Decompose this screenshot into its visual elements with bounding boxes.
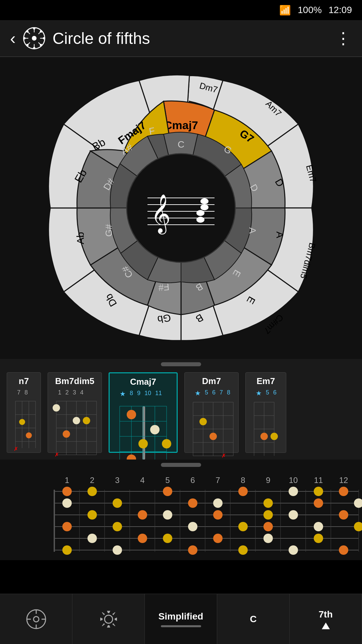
fret-dot[interactable] (188, 545, 197, 555)
chord-Cmaj7[interactable]: Cmaj7 (164, 119, 198, 131)
back-button[interactable]: ‹ (10, 29, 16, 48)
battery-label: 100% (298, 5, 322, 15)
note3 (200, 204, 208, 210)
chord-card-title: Dm7 (188, 376, 235, 386)
chord-card-dm7[interactable]: Dm7 ★5678 ✗ (184, 372, 239, 453)
fret-dot[interactable] (62, 522, 72, 531)
fret-dot[interactable] (87, 487, 97, 496)
fret-num-12: 12 (339, 476, 348, 485)
chord-card-bm7dim5[interactable]: Bm7dim5 1234 ✗ (48, 372, 102, 453)
svg-point-34 (26, 432, 32, 438)
page-title: Circle of fifths (53, 29, 335, 48)
fretboard-diagram[interactable]: 1 2 3 4 5 6 7 8 9 10 11 12 (10, 473, 362, 567)
bottom-tab-key-c[interactable]: C (217, 594, 290, 644)
wheel-icon (22, 26, 46, 50)
fret-dot[interactable] (188, 498, 197, 508)
fret-dot[interactable] (314, 498, 323, 508)
overflow-menu-button[interactable]: ⋮ (335, 29, 352, 48)
svg-point-63 (150, 425, 160, 434)
note1 (196, 217, 204, 223)
svg-point-17 (26, 44, 28, 46)
chord-card-em7[interactable]: Em7 ★56 (245, 372, 286, 453)
chord-Ab[interactable]: Ab (75, 232, 86, 245)
fret-dot[interactable] (213, 510, 223, 520)
note-Fsharp[interactable]: F# (158, 282, 170, 293)
svg-point-1 (32, 36, 37, 41)
chord-frets: ★891011 (113, 390, 173, 398)
svg-point-16 (40, 30, 42, 33)
fret-num-4: 4 (140, 476, 144, 485)
time-label: 12:09 (328, 5, 352, 15)
svg-point-77 (199, 418, 207, 425)
fret-dot[interactable] (354, 522, 362, 531)
circle-of-fifths-diagram[interactable]: Dm7 Am7 Em7 Bm7dim5 C#m7 (44, 70, 318, 345)
fret-dot[interactable] (238, 522, 248, 531)
fret-dot[interactable] (62, 498, 72, 508)
note4 (200, 198, 208, 204)
svg-point-109 (34, 616, 39, 622)
fret-dot[interactable] (213, 498, 223, 508)
fret-dot[interactable] (62, 545, 72, 555)
fret-dot[interactable] (263, 498, 273, 508)
fret-dot[interactable] (62, 487, 72, 496)
fret-dot[interactable] (289, 510, 298, 520)
fret-dot[interactable] (263, 534, 273, 543)
fret-dot[interactable] (113, 545, 122, 555)
fret-dot[interactable] (188, 522, 197, 531)
note-C[interactable]: C (178, 139, 184, 150)
svg-text:✗: ✗ (14, 446, 18, 451)
fret-dot[interactable] (289, 545, 298, 555)
fret-dot[interactable] (87, 534, 97, 543)
svg-point-48 (83, 417, 90, 424)
chord-diagram-bm7dim5: ✗ (51, 398, 98, 458)
fret-num-2: 2 (90, 476, 94, 485)
chord-Gb[interactable]: Gb (157, 312, 172, 325)
bottom-tab-seventh[interactable]: 7th (290, 594, 362, 644)
bottom-tab-gear[interactable] (72, 594, 145, 644)
fret-dot[interactable] (238, 545, 248, 555)
fret-dot[interactable] (213, 534, 223, 543)
fret-dot[interactable] (113, 498, 122, 508)
fret-dot[interactable] (138, 534, 147, 543)
fret-dot[interactable] (263, 510, 273, 520)
chord-cards-list[interactable]: n7 78 ✗ Bm7dim5 (0, 359, 362, 460)
fret-dot[interactable] (339, 510, 348, 520)
fret-dot[interactable] (354, 498, 362, 508)
svg-point-10 (33, 27, 35, 30)
fret-dot[interactable] (87, 510, 97, 520)
fret-num-10: 10 (289, 476, 298, 485)
svg-point-87 (260, 433, 268, 440)
note-Gsharp[interactable]: G# (104, 224, 114, 237)
fret-dot[interactable] (289, 487, 298, 496)
chord-card-n7[interactable]: n7 78 ✗ (7, 372, 41, 453)
chord-A[interactable]: A (275, 231, 286, 238)
fret-dot[interactable] (314, 522, 323, 531)
fret-dot[interactable] (238, 487, 248, 496)
fret-num-9: 9 (266, 476, 270, 485)
bottom-tab-simplified[interactable]: Simplified (145, 594, 217, 644)
svg-point-13 (43, 37, 45, 40)
fret-dot[interactable] (138, 510, 147, 520)
fret-dot[interactable] (163, 487, 172, 496)
bottom-tab-settings-wheel[interactable] (0, 594, 72, 644)
svg-point-15 (40, 44, 42, 46)
fret-dot[interactable] (339, 545, 348, 555)
fret-num-3: 3 (115, 476, 119, 485)
svg-point-62 (127, 410, 136, 419)
fret-dot[interactable] (314, 534, 323, 543)
svg-point-66 (127, 454, 136, 460)
note2 (196, 210, 204, 216)
chord-diagram-em7 (249, 399, 283, 459)
note-A-ring3[interactable]: A (247, 227, 258, 234)
fret-num-5: 5 (165, 476, 170, 485)
fret-dot[interactable] (113, 522, 122, 531)
fret-dot[interactable] (163, 510, 172, 520)
fret-dot[interactable] (263, 522, 273, 531)
fret-dot[interactable] (339, 487, 348, 496)
chord-card-cmaj7[interactable]: Cmaj7 ★891011 (109, 372, 178, 453)
fret-dot[interactable] (163, 534, 172, 543)
fret-dot[interactable] (314, 487, 323, 496)
wifi-icon: 📶 (279, 5, 291, 16)
svg-point-14 (26, 30, 28, 33)
chord-card-title: Em7 (249, 376, 283, 386)
